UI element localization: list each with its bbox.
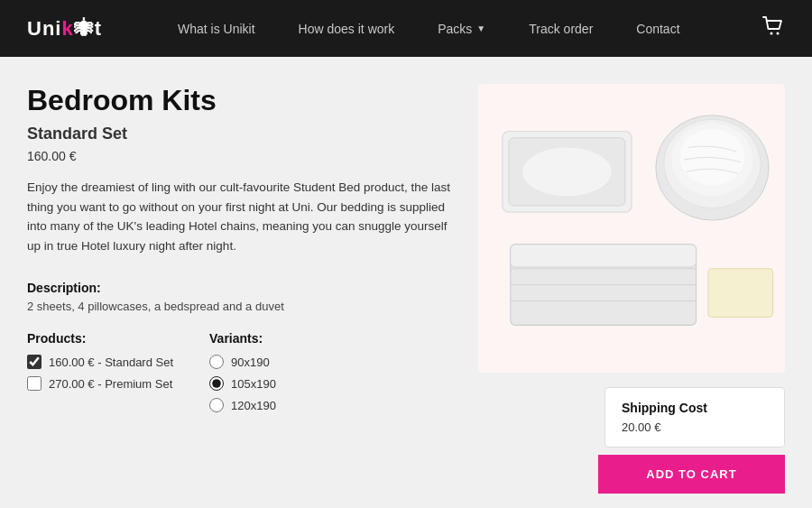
svg-rect-15 <box>708 269 773 318</box>
purchase-section: Shipping Cost 20.00 € ADD TO CART <box>478 373 785 494</box>
shipping-box: Shipping Cost 20.00 € <box>604 387 785 448</box>
nav-link-contact[interactable]: Contact <box>614 0 701 57</box>
svg-point-0 <box>770 32 773 34</box>
product-info: Bedroom Kits Standard Set 160.00 € Enjoy… <box>27 84 460 494</box>
product-option-standard-label: 160.00 € - Standard Set <box>49 356 173 369</box>
product-price: 160.00 € <box>27 149 460 163</box>
nav-link-track-order[interactable]: Track order <box>507 0 614 57</box>
checkbox-premium[interactable] <box>27 376 42 391</box>
radio-120x190[interactable] <box>209 398 224 412</box>
product-subtitle: Standard Set <box>27 125 460 143</box>
product-image-col: Shipping Cost 20.00 € ADD TO CART <box>478 84 785 494</box>
main-content: Bedroom Kits Standard Set 160.00 € Enjoy… <box>0 57 812 508</box>
product-title: Bedroom Kits <box>27 84 460 117</box>
svg-point-1 <box>777 32 780 34</box>
product-option-premium[interactable]: 270.00 € - Premium Set <box>27 376 173 391</box>
product-description: Enjoy the dreamiest of ling with our cul… <box>27 178 460 255</box>
variant-90x190[interactable]: 90x190 <box>209 355 354 369</box>
variant-120x190[interactable]: 120x190 <box>209 398 354 412</box>
shipping-price: 20.00 € <box>622 420 768 434</box>
checkbox-standard[interactable] <box>27 355 42 369</box>
product-image-area <box>478 84 785 373</box>
description-section: Description: 2 sheets, 4 pillowcases, a … <box>27 281 460 313</box>
navbar: Unik🕷t What is Unikit How does it work P… <box>0 0 812 57</box>
description-items: 2 sheets, 4 pillowcases, a bedspread and… <box>27 300 460 313</box>
shipping-label: Shipping Cost <box>622 401 768 415</box>
variants-col: Variants: 90x190 105x190 120x190 <box>209 331 354 420</box>
logo-rest: 🕷t <box>74 17 102 41</box>
cart-icon[interactable] <box>761 14 785 43</box>
nav-links: What is Unikit How does it work Packs ▼ … <box>156 0 761 57</box>
logo[interactable]: Unik🕷t <box>27 17 102 41</box>
nav-link-how-does-it-work[interactable]: How does it work <box>277 0 417 57</box>
logo-accent: k <box>61 17 73 41</box>
variant-105x190[interactable]: 105x190 <box>209 376 354 391</box>
product-option-standard[interactable]: 160.00 € - Standard Set <box>27 355 173 369</box>
svg-point-5 <box>522 148 611 197</box>
chevron-down-icon: ▼ <box>476 23 485 33</box>
description-label: Description: <box>27 281 460 295</box>
logo-uni: Uni <box>27 17 61 41</box>
product-image-svg <box>478 84 785 373</box>
products-col: Products: 160.00 € - Standard Set 270.00… <box>27 331 173 420</box>
products-label: Products: <box>27 331 173 346</box>
radio-90x190[interactable] <box>209 355 224 369</box>
variant-90x190-label: 90x190 <box>231 356 270 369</box>
variant-105x190-label: 105x190 <box>231 377 276 391</box>
variant-120x190-label: 120x190 <box>231 399 276 412</box>
radio-105x190[interactable] <box>209 376 224 391</box>
nav-link-what-is[interactable]: What is Unikit <box>156 0 277 57</box>
options-section: Products: 160.00 € - Standard Set 270.00… <box>27 331 460 420</box>
svg-rect-11 <box>511 245 697 267</box>
nav-link-packs[interactable]: Packs ▼ <box>416 0 507 57</box>
nav-link-packs-label: Packs <box>438 22 472 36</box>
variants-label: Variants: <box>209 331 354 346</box>
product-option-premium-label: 270.00 € - Premium Set <box>49 377 172 391</box>
add-to-cart-button[interactable]: ADD TO CART <box>598 455 785 494</box>
